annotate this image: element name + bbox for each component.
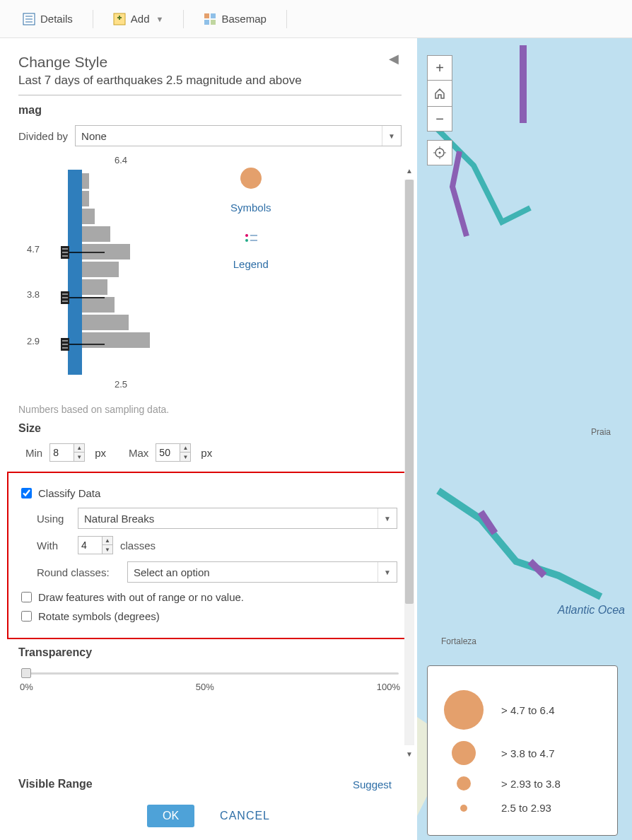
spinner-down-icon[interactable]: ▼ bbox=[74, 453, 84, 461]
transp-tick-50: 50% bbox=[196, 682, 214, 692]
locate-icon bbox=[433, 146, 446, 159]
map-label-fortaleza: Fortaleza bbox=[441, 636, 476, 646]
details-label: Details bbox=[40, 13, 73, 25]
legend-link[interactable]: Legend bbox=[233, 258, 269, 270]
legend-icon[interactable] bbox=[245, 233, 257, 245]
transparency-slider[interactable] bbox=[21, 667, 399, 679]
spinner-up-icon[interactable]: ▲ bbox=[180, 444, 190, 453]
add-label: Add bbox=[131, 13, 150, 25]
chevron-down-icon: ▼ bbox=[378, 562, 391, 582]
histogram[interactable] bbox=[54, 170, 188, 375]
legend-dot bbox=[457, 776, 471, 791]
legend-text: > 4.7 to 6.4 bbox=[501, 704, 554, 716]
basemap-icon bbox=[204, 13, 216, 25]
legend-row: > 4.7 to 6.4 bbox=[439, 690, 606, 730]
classes-spinner[interactable]: ▲▼ bbox=[78, 536, 113, 554]
classes-label: classes bbox=[120, 539, 156, 552]
draw-out-checkbox-input[interactable] bbox=[21, 592, 32, 602]
symbols-swatch[interactable] bbox=[240, 168, 262, 189]
spinner-down-icon[interactable]: ▼ bbox=[103, 545, 112, 554]
max-size-spinner[interactable]: ▲▼ bbox=[156, 443, 191, 462]
toolbar-separator bbox=[286, 10, 287, 28]
scroll-down-icon[interactable]: ▼ bbox=[404, 750, 414, 758]
round-classes-select[interactable]: Select an option ▼ bbox=[127, 561, 397, 583]
legend-text: > 2.93 to 3.8 bbox=[501, 778, 561, 790]
using-label: Using bbox=[37, 513, 71, 525]
classify-data-checkbox[interactable]: Classify Data bbox=[18, 486, 397, 501]
rotate-label: Rotate symbols (degrees) bbox=[38, 610, 160, 622]
svg-rect-13 bbox=[82, 191, 89, 206]
divided-by-select[interactable]: None ▼ bbox=[75, 125, 402, 146]
classify-label: Classify Data bbox=[38, 487, 100, 499]
map-canvas[interactable]: Praia Atlantic Ocea Fortaleza + − > 4.7 … bbox=[417, 38, 632, 840]
home-button[interactable] bbox=[427, 81, 452, 106]
map-legend: > 4.7 to 6.4 > 3.8 to 4.7 > 2.93 to 3.8 … bbox=[427, 665, 618, 836]
divided-by-label: Divided by bbox=[18, 130, 68, 142]
zoom-in-button[interactable]: + bbox=[427, 55, 452, 81]
svg-rect-12 bbox=[82, 173, 89, 189]
legend-row: 2.5 to 2.93 bbox=[439, 802, 606, 814]
spinner-down-icon[interactable]: ▼ bbox=[180, 453, 190, 461]
scroll-up-icon[interactable]: ▲ bbox=[404, 167, 414, 175]
suggest-link[interactable]: Suggest bbox=[353, 778, 392, 791]
chevron-down-icon: ▼ bbox=[156, 15, 164, 23]
zoom-out-button[interactable]: − bbox=[427, 106, 452, 132]
svg-point-43 bbox=[439, 152, 441, 154]
svg-rect-10 bbox=[211, 20, 216, 25]
spinner-up-icon[interactable]: ▲ bbox=[103, 537, 112, 545]
break-label: 4.7 bbox=[27, 244, 40, 255]
map-label-praia: Praia bbox=[591, 427, 611, 437]
hist-max-label: 6.4 bbox=[54, 155, 188, 165]
rotate-symbols-checkbox[interactable]: Rotate symbols (degrees) bbox=[18, 609, 397, 624]
details-button[interactable]: Details bbox=[16, 8, 80, 30]
with-label: With bbox=[37, 539, 71, 552]
transparency-header: Transparency bbox=[18, 646, 402, 659]
px-label: px bbox=[95, 447, 106, 459]
break-label: 2.9 bbox=[27, 336, 40, 346]
map-label-ocean: Atlantic Ocea bbox=[558, 604, 625, 617]
legend-dot bbox=[460, 805, 467, 812]
draw-out-label: Draw features with out of range or no va… bbox=[38, 591, 244, 603]
symbols-link[interactable]: Symbols bbox=[230, 202, 271, 214]
slider-thumb[interactable] bbox=[21, 668, 31, 678]
svg-point-37 bbox=[245, 234, 248, 237]
legend-row: > 2.93 to 3.8 bbox=[439, 776, 606, 791]
break-label: 3.8 bbox=[27, 289, 40, 300]
svg-rect-7 bbox=[204, 13, 209, 18]
round-classes-label: Round classes: bbox=[37, 566, 120, 578]
classes-input[interactable] bbox=[78, 536, 102, 554]
sampling-note: Numbers based on sampling data. bbox=[18, 404, 402, 415]
classify-section: Classify Data Using Natural Breaks ▼ Wit… bbox=[7, 472, 409, 639]
cancel-button[interactable]: CANCEL bbox=[220, 810, 270, 822]
draw-out-of-range-checkbox[interactable]: Draw features with out of range or no va… bbox=[18, 590, 397, 605]
field-name: mag bbox=[18, 104, 402, 117]
svg-rect-14 bbox=[82, 209, 95, 224]
locate-button[interactable] bbox=[427, 140, 452, 165]
rotate-checkbox-input[interactable] bbox=[21, 611, 32, 622]
classification-method-select[interactable]: Natural Breaks ▼ bbox=[78, 508, 397, 529]
panel-title: Change Style bbox=[18, 54, 402, 71]
min-label: Min bbox=[25, 447, 42, 459]
collapse-panel-icon[interactable]: ◀ bbox=[389, 51, 399, 66]
top-toolbar: Details Add ▼ Basemap bbox=[0, 0, 632, 38]
basemap-label: Basemap bbox=[221, 13, 266, 25]
visible-range-header: Visible Range bbox=[18, 778, 93, 791]
basemap-button[interactable]: Basemap bbox=[197, 8, 273, 30]
scroll-thumb[interactable] bbox=[405, 180, 414, 604]
min-size-input[interactable] bbox=[49, 443, 74, 462]
panel-scrollbar[interactable]: ▲ ▼ bbox=[404, 180, 414, 745]
ok-button[interactable]: OK bbox=[147, 805, 194, 827]
svg-rect-17 bbox=[82, 262, 119, 277]
svg-point-39 bbox=[245, 239, 248, 242]
spinner-up-icon[interactable]: ▲ bbox=[74, 444, 84, 453]
add-button[interactable]: Add ▼ bbox=[106, 8, 171, 30]
svg-rect-18 bbox=[82, 279, 107, 295]
svg-rect-16 bbox=[82, 244, 130, 259]
legend-row: > 3.8 to 4.7 bbox=[439, 741, 606, 765]
svg-rect-8 bbox=[211, 13, 216, 18]
toolbar-separator bbox=[93, 10, 93, 28]
legend-text: 2.5 to 2.93 bbox=[501, 802, 551, 814]
min-size-spinner[interactable]: ▲▼ bbox=[49, 443, 85, 462]
classify-checkbox-input[interactable] bbox=[21, 488, 32, 498]
max-size-input[interactable] bbox=[156, 443, 180, 462]
